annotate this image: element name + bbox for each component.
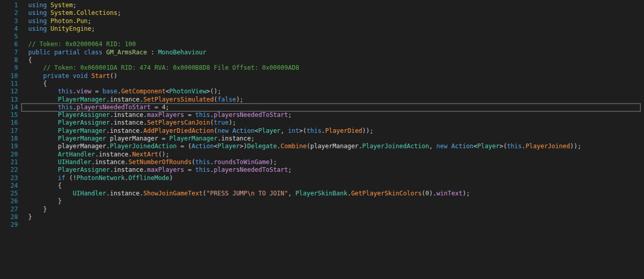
token-identifier: instance xyxy=(110,96,140,103)
code-line-content[interactable]: { xyxy=(28,56,32,64)
code-line[interactable]: 23 if (!PhotonNetwork.OfflineMode) xyxy=(0,174,644,182)
token-punctuation: ; xyxy=(251,135,255,142)
token-identifier: instance xyxy=(95,158,125,166)
code-line[interactable]: 29 xyxy=(0,221,644,229)
token-punctuation: . xyxy=(321,127,325,134)
token-punctuation: { xyxy=(28,56,32,64)
token-keyword: int xyxy=(288,127,299,134)
code-line[interactable]: 18 PlayerManager playerManager = PlayerM… xyxy=(0,135,644,143)
code-line[interactable]: 14 this.playersNeededToStart = 4; xyxy=(0,104,644,111)
code-line[interactable]: 22 PlayerAssigner.instance.maxPlayers = … xyxy=(0,166,644,174)
token-punctuation xyxy=(28,151,58,158)
token-method: Combine xyxy=(280,143,307,150)
token-keyword: false xyxy=(218,96,236,103)
code-line[interactable]: 12 this.view = base.GetComponent<PhotonV… xyxy=(0,88,644,95)
code-line-content[interactable]: this.playersNeededToStart = 4; xyxy=(28,104,169,111)
code-line[interactable]: 5 xyxy=(0,33,644,41)
token-method: PlayerDied xyxy=(325,127,362,134)
code-line[interactable]: 28} xyxy=(0,213,644,221)
code-line[interactable]: 4using UnityEngine; xyxy=(0,25,644,33)
code-line[interactable]: 1using System; xyxy=(0,2,644,9)
code-line[interactable]: 20 ArtHandler.instance.NextArt(); xyxy=(0,151,644,158)
code-line-content[interactable]: UIHandler.instance.SetNumberOfRounds(thi… xyxy=(28,158,277,166)
code-line[interactable]: 13 PlayerManager.instance.SetPlayersSimu… xyxy=(0,96,644,104)
code-line-content[interactable]: // Token: 0x060001DA RID: 474 RVA: 0x000… xyxy=(28,64,299,72)
token-delegate: Action xyxy=(229,127,255,134)
code-line[interactable]: 11 { xyxy=(0,80,644,88)
code-line-content[interactable]: private void Start() xyxy=(28,72,117,80)
code-line[interactable]: 3using Photon.Pun; xyxy=(0,17,644,25)
code-line[interactable]: 19 playerManager.PlayerJoinedAction = (A… xyxy=(0,143,644,150)
token-field: playersNeededToStart xyxy=(214,111,288,118)
code-line-content[interactable]: { xyxy=(28,182,62,190)
code-line[interactable]: 24 { xyxy=(0,182,644,190)
line-number: 14 xyxy=(0,104,18,111)
code-line-content[interactable]: } xyxy=(28,197,62,205)
code-line-content[interactable]: using System.Collections; xyxy=(28,9,121,17)
line-number: 7 xyxy=(0,49,18,56)
token-field: playersNeededToStart xyxy=(214,166,288,173)
code-line[interactable]: 2using System.Collections; xyxy=(0,9,644,17)
code-editor[interactable]: 1using System;2using System.Collections;… xyxy=(0,0,644,279)
code-line-content[interactable]: PlayerManager.instance.SetPlayersSimulat… xyxy=(28,96,243,104)
token-punctuation: . xyxy=(106,127,110,134)
code-line[interactable]: 9 // Token: 0x060001DA RID: 474 RVA: 0x0… xyxy=(0,64,644,72)
code-line-content[interactable]: // Token: 0x02000064 RID: 100 xyxy=(28,41,136,48)
code-line-content[interactable]: this.view = base.GetComponent<PhotonView… xyxy=(28,88,221,95)
code-line[interactable]: 17 PlayerManager.instance.AddPlayerDiedA… xyxy=(0,127,644,135)
code-line[interactable]: 27 } xyxy=(0,206,644,213)
token-method: SetPlayersSimulated xyxy=(143,96,214,103)
code-line[interactable]: 21 UIHandler.instance.SetNumberOfRounds(… xyxy=(0,158,644,166)
token-method: Start xyxy=(88,72,110,79)
token-keyword: using xyxy=(28,2,47,9)
code-line-content[interactable]: PlayerAssigner.instance.maxPlayers = thi… xyxy=(28,166,292,174)
token-punctuation: () xyxy=(110,72,117,79)
token-method: SetPlayersCanJoin xyxy=(147,119,210,126)
code-line-content[interactable]: if (!PhotonNetwork.OfflineMode) xyxy=(28,174,173,182)
token-punctuation: ( xyxy=(203,190,206,197)
code-line[interactable]: 26 } xyxy=(0,197,644,205)
token-punctuation: ); xyxy=(270,158,277,166)
code-line[interactable]: 25 UIHandler.instance.ShowJoinGameText("… xyxy=(0,190,644,197)
code-line-content[interactable]: PlayerManager playerManager = PlayerMana… xyxy=(28,135,255,143)
code-line-content[interactable]: using UnityEngine; xyxy=(28,25,95,33)
code-line-content[interactable]: } xyxy=(28,206,47,213)
token-punctuation: ( xyxy=(214,127,217,134)
code-line-content[interactable]: { xyxy=(28,80,47,88)
line-number: 29 xyxy=(0,221,18,229)
code-line[interactable]: 8{ xyxy=(0,56,644,64)
token-keyword: using xyxy=(28,9,47,16)
token-punctuation: >(); xyxy=(206,88,221,95)
code-line[interactable]: 16 PlayerAssigner.instance.SetPlayersCan… xyxy=(0,119,644,127)
code-line-content[interactable]: PlayerManager.instance.AddPlayerDiedActi… xyxy=(28,127,373,135)
code-line-content[interactable]: public partial class GM_ArmsRace : MonoB… xyxy=(28,49,206,56)
token-punctuation: . xyxy=(217,135,221,142)
token-punctuation: ; xyxy=(88,17,91,25)
code-line[interactable]: 6// Token: 0x02000064 RID: 100 xyxy=(0,41,644,48)
code-line-content[interactable]: UIHandler.instance.ShowJoinGameText("PRE… xyxy=(28,190,470,197)
token-punctuation xyxy=(28,158,58,166)
code-line-content[interactable]: playerManager.PlayerJoinedAction = (Acti… xyxy=(28,143,581,150)
code-line-content[interactable]: using Photon.Pun; xyxy=(28,17,91,25)
token-punctuation: ; xyxy=(73,2,77,9)
token-punctuation xyxy=(28,135,58,142)
token-punctuation: >( xyxy=(500,143,507,150)
code-line-content[interactable]: PlayerAssigner.instance.SetPlayersCanJoi… xyxy=(28,119,236,127)
token-type: PhotonView xyxy=(169,88,206,95)
code-line[interactable]: 15 PlayerAssigner.instance.maxPlayers = … xyxy=(0,111,644,119)
code-line-content[interactable]: } xyxy=(28,213,32,221)
token-punctuation: ; xyxy=(165,104,169,111)
code-line[interactable]: 10 private void Start() xyxy=(0,72,644,80)
line-number: 21 xyxy=(0,158,18,166)
token-field: playersNeededToStart xyxy=(77,104,151,111)
code-line-content[interactable]: PlayerAssigner.instance.maxPlayers = thi… xyxy=(28,111,292,119)
code-line[interactable]: 7public partial class GM_ArmsRace : Mono… xyxy=(0,49,644,56)
line-number: 20 xyxy=(0,151,18,158)
code-line-content[interactable]: using System; xyxy=(28,2,77,9)
token-delegate: Action xyxy=(448,143,474,150)
line-number: 28 xyxy=(0,213,18,221)
token-keyword: this xyxy=(58,88,73,95)
token-type: PhotonNetwork xyxy=(77,174,125,182)
code-line-content[interactable]: ArtHandler.instance.NextArt(); xyxy=(28,151,169,158)
line-number: 1 xyxy=(0,2,18,9)
